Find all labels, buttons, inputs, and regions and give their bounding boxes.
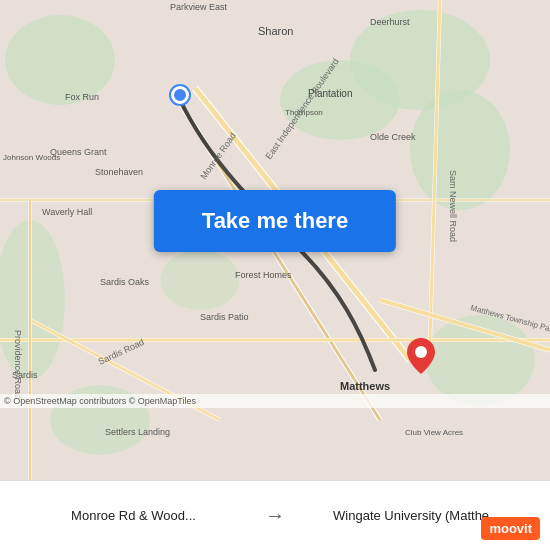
club-view-label: Club View Acres [405, 428, 463, 437]
svg-point-4 [410, 90, 510, 210]
route-from-label: Monroe Rd & Wood... [10, 508, 257, 523]
bottom-bar: Monroe Rd & Wood... → Wingate University… [0, 480, 550, 550]
moovit-logo: moovit [481, 517, 540, 540]
svg-point-25 [415, 346, 427, 358]
map-container: Sharon Plantation Parkview East Deerhurs… [0, 0, 550, 480]
forest-homes-label: Forest Homes [235, 270, 292, 280]
providence-road-label: Providence Road [13, 330, 23, 399]
destination-marker [407, 338, 435, 374]
sardis-patio-label: Sardis Patio [200, 312, 249, 322]
arrow-icon: → [257, 504, 293, 527]
map-attribution: © OpenStreetMap contributors © OpenMapTi… [0, 394, 550, 408]
deerhurst-label: Deerhurst [370, 17, 410, 27]
svg-point-3 [280, 60, 400, 140]
take-me-there-button[interactable]: Take me there [154, 190, 396, 252]
sardis-oaks-label: Sardis Oaks [100, 277, 150, 287]
fox-run-label: Fox Run [65, 92, 99, 102]
svg-point-8 [160, 250, 240, 310]
settlers-landing-label: Settlers Landing [105, 427, 170, 437]
waverly-hall-label: Waverly Hall [42, 207, 92, 217]
origin-marker [171, 86, 189, 104]
sam-newell-label: Sam Newell Road [448, 170, 458, 242]
johnson-woods-label: Johnson Woods [3, 153, 60, 162]
sharon-label: Sharon [258, 25, 293, 37]
stonehaven-label: Stonehaven [95, 167, 143, 177]
matthews-label: Matthews [340, 380, 390, 392]
olde-creek-label: Olde Creek [370, 132, 416, 142]
parkview-east-label: Parkview East [170, 2, 228, 12]
